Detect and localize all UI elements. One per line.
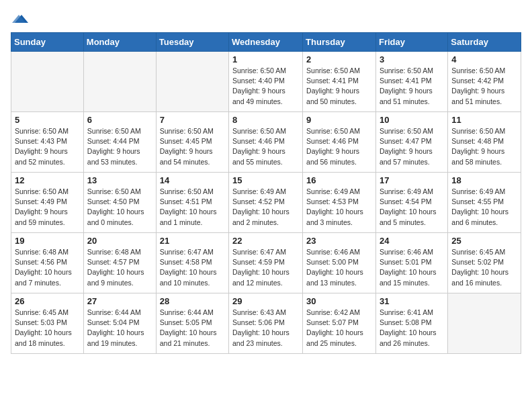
day-cell: 17Sunrise: 6:49 AM Sunset: 4:54 PM Dayli… bbox=[375, 173, 447, 233]
week-row-3: 12Sunrise: 6:50 AM Sunset: 4:49 PM Dayli… bbox=[11, 173, 521, 233]
day-number: 19 bbox=[15, 236, 80, 246]
day-header-tuesday: Tuesday bbox=[156, 33, 228, 52]
page-header bbox=[11, 11, 521, 27]
day-number: 10 bbox=[380, 115, 444, 125]
day-number: 21 bbox=[160, 236, 225, 246]
day-cell: 26Sunrise: 6:45 AM Sunset: 5:03 PM Dayli… bbox=[11, 293, 84, 354]
day-info: Sunrise: 6:50 AM Sunset: 4:41 PM Dayligh… bbox=[306, 66, 372, 107]
day-cell: 4Sunrise: 6:50 AM Sunset: 4:42 PM Daylig… bbox=[448, 52, 521, 112]
day-cell: 20Sunrise: 6:48 AM Sunset: 4:57 PM Dayli… bbox=[83, 233, 156, 293]
day-cell: 21Sunrise: 6:47 AM Sunset: 4:58 PM Dayli… bbox=[156, 233, 228, 293]
day-header-thursday: Thursday bbox=[303, 33, 376, 52]
day-cell: 13Sunrise: 6:50 AM Sunset: 4:50 PM Dayli… bbox=[83, 173, 156, 233]
day-info: Sunrise: 6:45 AM Sunset: 5:03 PM Dayligh… bbox=[15, 308, 80, 349]
day-info: Sunrise: 6:49 AM Sunset: 4:52 PM Dayligh… bbox=[232, 187, 299, 228]
day-cell: 24Sunrise: 6:46 AM Sunset: 5:01 PM Dayli… bbox=[375, 233, 447, 293]
day-cell: 14Sunrise: 6:50 AM Sunset: 4:51 PM Dayli… bbox=[156, 173, 228, 233]
day-number: 17 bbox=[380, 175, 444, 185]
day-number: 28 bbox=[160, 296, 225, 306]
day-info: Sunrise: 6:50 AM Sunset: 4:50 PM Dayligh… bbox=[87, 187, 152, 228]
logo bbox=[11, 11, 28, 27]
day-info: Sunrise: 6:50 AM Sunset: 4:44 PM Dayligh… bbox=[87, 126, 152, 167]
day-number: 8 bbox=[232, 115, 299, 125]
day-info: Sunrise: 6:47 AM Sunset: 4:59 PM Dayligh… bbox=[232, 247, 299, 288]
day-info: Sunrise: 6:46 AM Sunset: 5:01 PM Dayligh… bbox=[380, 247, 444, 288]
day-cell: 28Sunrise: 6:44 AM Sunset: 5:05 PM Dayli… bbox=[156, 293, 228, 354]
week-row-5: 26Sunrise: 6:45 AM Sunset: 5:03 PM Dayli… bbox=[11, 293, 521, 354]
day-number: 16 bbox=[306, 175, 372, 185]
day-number: 23 bbox=[306, 236, 372, 246]
day-cell: 10Sunrise: 6:50 AM Sunset: 4:47 PM Dayli… bbox=[375, 112, 447, 173]
day-info: Sunrise: 6:50 AM Sunset: 4:45 PM Dayligh… bbox=[160, 126, 225, 167]
day-number: 7 bbox=[160, 115, 225, 125]
day-cell: 3Sunrise: 6:50 AM Sunset: 4:41 PM Daylig… bbox=[375, 52, 447, 112]
day-cell: 1Sunrise: 6:50 AM Sunset: 4:40 PM Daylig… bbox=[229, 52, 303, 112]
day-number: 2 bbox=[306, 54, 372, 64]
day-info: Sunrise: 6:49 AM Sunset: 4:53 PM Dayligh… bbox=[306, 187, 372, 228]
day-number: 15 bbox=[232, 175, 299, 185]
day-number: 30 bbox=[306, 296, 372, 306]
week-row-1: 1Sunrise: 6:50 AM Sunset: 4:40 PM Daylig… bbox=[11, 52, 521, 112]
day-number: 29 bbox=[232, 296, 299, 306]
day-cell bbox=[11, 52, 84, 112]
day-cell bbox=[448, 293, 521, 354]
day-header-wednesday: Wednesday bbox=[229, 33, 303, 52]
day-cell: 11Sunrise: 6:50 AM Sunset: 4:48 PM Dayli… bbox=[448, 112, 521, 173]
day-number: 12 bbox=[15, 175, 80, 185]
day-info: Sunrise: 6:50 AM Sunset: 4:46 PM Dayligh… bbox=[232, 126, 299, 167]
day-cell: 6Sunrise: 6:50 AM Sunset: 4:44 PM Daylig… bbox=[83, 112, 156, 173]
day-number: 6 bbox=[87, 115, 152, 125]
day-cell: 19Sunrise: 6:48 AM Sunset: 4:56 PM Dayli… bbox=[11, 233, 84, 293]
day-header-friday: Friday bbox=[375, 33, 447, 52]
day-info: Sunrise: 6:45 AM Sunset: 5:02 PM Dayligh… bbox=[451, 247, 517, 288]
day-number: 9 bbox=[306, 115, 372, 125]
day-info: Sunrise: 6:48 AM Sunset: 4:56 PM Dayligh… bbox=[15, 247, 80, 288]
day-cell: 22Sunrise: 6:47 AM Sunset: 4:59 PM Dayli… bbox=[229, 233, 303, 293]
day-cell: 9Sunrise: 6:50 AM Sunset: 4:46 PM Daylig… bbox=[303, 112, 376, 173]
day-header-monday: Monday bbox=[83, 33, 156, 52]
day-number: 25 bbox=[451, 236, 517, 246]
day-info: Sunrise: 6:46 AM Sunset: 5:00 PM Dayligh… bbox=[306, 247, 372, 288]
day-number: 3 bbox=[380, 54, 444, 64]
day-info: Sunrise: 6:50 AM Sunset: 4:51 PM Dayligh… bbox=[160, 187, 225, 228]
day-cell: 8Sunrise: 6:50 AM Sunset: 4:46 PM Daylig… bbox=[229, 112, 303, 173]
day-number: 18 bbox=[451, 175, 517, 185]
day-number: 27 bbox=[87, 296, 152, 306]
day-cell: 30Sunrise: 6:42 AM Sunset: 5:07 PM Dayli… bbox=[303, 293, 376, 354]
day-number: 26 bbox=[15, 296, 80, 306]
day-cell: 12Sunrise: 6:50 AM Sunset: 4:49 PM Dayli… bbox=[11, 173, 84, 233]
calendar-table: SundayMondayTuesdayWednesdayThursdayFrid… bbox=[11, 32, 521, 354]
week-row-2: 5Sunrise: 6:50 AM Sunset: 4:43 PM Daylig… bbox=[11, 112, 521, 173]
day-info: Sunrise: 6:44 AM Sunset: 5:04 PM Dayligh… bbox=[87, 308, 152, 349]
day-info: Sunrise: 6:50 AM Sunset: 4:41 PM Dayligh… bbox=[380, 66, 444, 107]
day-info: Sunrise: 6:48 AM Sunset: 4:57 PM Dayligh… bbox=[87, 247, 152, 288]
week-row-4: 19Sunrise: 6:48 AM Sunset: 4:56 PM Dayli… bbox=[11, 233, 521, 293]
day-cell: 7Sunrise: 6:50 AM Sunset: 4:45 PM Daylig… bbox=[156, 112, 228, 173]
day-info: Sunrise: 6:49 AM Sunset: 4:54 PM Dayligh… bbox=[380, 187, 444, 228]
day-info: Sunrise: 6:50 AM Sunset: 4:49 PM Dayligh… bbox=[15, 187, 80, 228]
day-info: Sunrise: 6:42 AM Sunset: 5:07 PM Dayligh… bbox=[306, 308, 372, 349]
day-info: Sunrise: 6:50 AM Sunset: 4:40 PM Dayligh… bbox=[232, 66, 299, 107]
day-cell: 5Sunrise: 6:50 AM Sunset: 4:43 PM Daylig… bbox=[11, 112, 84, 173]
day-cell: 15Sunrise: 6:49 AM Sunset: 4:52 PM Dayli… bbox=[229, 173, 303, 233]
day-number: 4 bbox=[451, 54, 517, 64]
day-cell: 2Sunrise: 6:50 AM Sunset: 4:41 PM Daylig… bbox=[303, 52, 376, 112]
day-info: Sunrise: 6:44 AM Sunset: 5:05 PM Dayligh… bbox=[160, 308, 225, 349]
day-cell: 27Sunrise: 6:44 AM Sunset: 5:04 PM Dayli… bbox=[83, 293, 156, 354]
day-cell bbox=[83, 52, 156, 112]
day-info: Sunrise: 6:50 AM Sunset: 4:47 PM Dayligh… bbox=[380, 126, 444, 167]
day-cell: 16Sunrise: 6:49 AM Sunset: 4:53 PM Dayli… bbox=[303, 173, 376, 233]
day-header-saturday: Saturday bbox=[448, 33, 521, 52]
day-number: 22 bbox=[232, 236, 299, 246]
day-info: Sunrise: 6:49 AM Sunset: 4:55 PM Dayligh… bbox=[451, 187, 517, 228]
day-cell: 25Sunrise: 6:45 AM Sunset: 5:02 PM Dayli… bbox=[448, 233, 521, 293]
day-info: Sunrise: 6:41 AM Sunset: 5:08 PM Dayligh… bbox=[380, 308, 444, 349]
day-number: 5 bbox=[15, 115, 80, 125]
calendar-header-row: SundayMondayTuesdayWednesdayThursdayFrid… bbox=[11, 33, 521, 52]
day-cell bbox=[156, 52, 228, 112]
day-number: 24 bbox=[380, 236, 444, 246]
day-cell: 29Sunrise: 6:43 AM Sunset: 5:06 PM Dayli… bbox=[229, 293, 303, 354]
day-info: Sunrise: 6:50 AM Sunset: 4:46 PM Dayligh… bbox=[306, 126, 372, 167]
day-info: Sunrise: 6:47 AM Sunset: 4:58 PM Dayligh… bbox=[160, 247, 225, 288]
day-cell: 31Sunrise: 6:41 AM Sunset: 5:08 PM Dayli… bbox=[375, 293, 447, 354]
